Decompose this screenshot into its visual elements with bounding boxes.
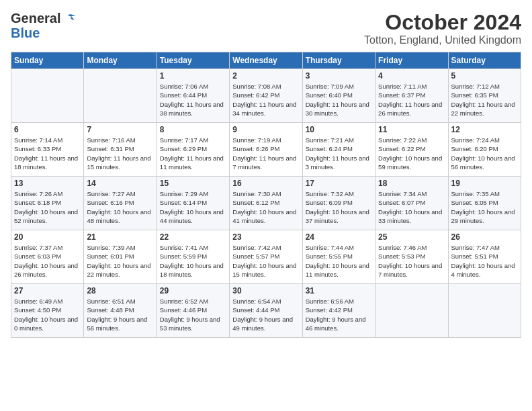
calendar-cell: 21Sunrise: 7:39 AM Sunset: 6:01 PM Dayli… <box>84 230 157 284</box>
calendar-cell: 7Sunrise: 7:16 AM Sunset: 6:31 PM Daylig… <box>84 123 157 177</box>
calendar-table: SundayMondayTuesdayWednesdayThursdayFrid… <box>11 52 521 338</box>
page-header: General Blue October 2024 Totton, Englan… <box>11 11 521 46</box>
day-number: 28 <box>87 286 153 295</box>
cell-sun-info: Sunrise: 7:17 AM Sunset: 6:29 PM Dayligh… <box>160 136 226 171</box>
day-number: 23 <box>232 232 299 242</box>
calendar-week-row: 1Sunrise: 7:06 AM Sunset: 6:44 PM Daylig… <box>11 69 521 123</box>
day-number: 26 <box>451 232 518 242</box>
day-number: 31 <box>306 286 372 295</box>
calendar-cell <box>448 284 521 338</box>
calendar-cell: 5Sunrise: 7:12 AM Sunset: 6:35 PM Daylig… <box>448 69 521 123</box>
day-number: 27 <box>14 286 81 295</box>
calendar-cell: 13Sunrise: 7:26 AM Sunset: 6:18 PM Dayli… <box>11 177 84 230</box>
cell-sun-info: Sunrise: 7:34 AM Sunset: 6:07 PM Dayligh… <box>378 189 445 225</box>
weekday-header-sunday: Sunday <box>11 52 84 69</box>
cell-sun-info: Sunrise: 6:56 AM Sunset: 4:42 PM Dayligh… <box>306 297 372 332</box>
calendar-cell: 1Sunrise: 7:06 AM Sunset: 6:44 PM Daylig… <box>157 69 229 123</box>
day-number: 2 <box>232 71 299 81</box>
calendar-cell: 15Sunrise: 7:29 AM Sunset: 6:14 PM Dayli… <box>157 177 229 230</box>
calendar-cell: 27Sunrise: 6:49 AM Sunset: 4:50 PM Dayli… <box>11 284 84 338</box>
calendar-cell: 29Sunrise: 6:52 AM Sunset: 4:46 PM Dayli… <box>157 284 229 338</box>
weekday-header-tuesday: Tuesday <box>157 52 229 69</box>
calendar-week-row: 6Sunrise: 7:14 AM Sunset: 6:33 PM Daylig… <box>11 123 521 177</box>
cell-sun-info: Sunrise: 7:44 AM Sunset: 5:55 PM Dayligh… <box>306 243 372 279</box>
logo: General Blue <box>11 11 75 40</box>
day-number: 14 <box>87 179 153 188</box>
day-number: 8 <box>160 125 226 134</box>
day-number: 24 <box>306 232 372 242</box>
calendar-cell <box>11 69 84 123</box>
calendar-week-row: 13Sunrise: 7:26 AM Sunset: 6:18 PM Dayli… <box>11 177 521 230</box>
day-number: 11 <box>378 125 445 134</box>
day-number: 18 <box>378 179 445 188</box>
weekday-header-wednesday: Wednesday <box>230 52 302 69</box>
cell-sun-info: Sunrise: 7:30 AM Sunset: 6:12 PM Dayligh… <box>232 189 299 225</box>
cell-sun-info: Sunrise: 7:09 AM Sunset: 6:40 PM Dayligh… <box>306 82 372 118</box>
day-number: 4 <box>378 71 445 81</box>
weekday-header-row: SundayMondayTuesdayWednesdayThursdayFrid… <box>11 52 521 69</box>
day-number: 9 <box>232 125 299 134</box>
calendar-cell: 9Sunrise: 7:19 AM Sunset: 6:26 PM Daylig… <box>230 123 302 177</box>
day-number: 29 <box>160 286 226 295</box>
day-number: 25 <box>378 232 445 242</box>
calendar-week-row: 27Sunrise: 6:49 AM Sunset: 4:50 PM Dayli… <box>11 284 521 338</box>
cell-sun-info: Sunrise: 7:29 AM Sunset: 6:14 PM Dayligh… <box>160 189 226 225</box>
day-number: 5 <box>451 71 518 81</box>
cell-sun-info: Sunrise: 7:16 AM Sunset: 6:31 PM Dayligh… <box>87 136 153 171</box>
day-number: 22 <box>160 232 226 242</box>
weekday-header-friday: Friday <box>375 52 448 69</box>
location-text: Totton, England, United Kingdom <box>364 34 521 46</box>
calendar-cell: 11Sunrise: 7:22 AM Sunset: 6:22 PM Dayli… <box>375 123 448 177</box>
weekday-header-saturday: Saturday <box>448 52 521 69</box>
day-number: 1 <box>160 71 226 81</box>
calendar-cell: 20Sunrise: 7:37 AM Sunset: 6:03 PM Dayli… <box>11 230 84 284</box>
title-block: October 2024 Totton, England, United Kin… <box>364 11 521 46</box>
calendar-cell: 23Sunrise: 7:42 AM Sunset: 5:57 PM Dayli… <box>230 230 302 284</box>
logo-general-text: General <box>11 11 60 26</box>
calendar-cell: 18Sunrise: 7:34 AM Sunset: 6:07 PM Dayli… <box>375 177 448 230</box>
calendar-cell: 12Sunrise: 7:24 AM Sunset: 6:20 PM Dayli… <box>448 123 521 177</box>
day-number: 16 <box>232 179 299 188</box>
calendar-cell: 17Sunrise: 7:32 AM Sunset: 6:09 PM Dayli… <box>302 177 375 230</box>
cell-sun-info: Sunrise: 7:26 AM Sunset: 6:18 PM Dayligh… <box>14 189 81 225</box>
calendar-cell: 6Sunrise: 7:14 AM Sunset: 6:33 PM Daylig… <box>11 123 84 177</box>
day-number: 17 <box>306 179 372 188</box>
calendar-cell: 19Sunrise: 7:35 AM Sunset: 6:05 PM Dayli… <box>448 177 521 230</box>
cell-sun-info: Sunrise: 7:46 AM Sunset: 5:53 PM Dayligh… <box>378 243 445 279</box>
cell-sun-info: Sunrise: 7:35 AM Sunset: 6:05 PM Dayligh… <box>451 189 518 225</box>
calendar-cell: 4Sunrise: 7:11 AM Sunset: 6:37 PM Daylig… <box>375 69 448 123</box>
logo-blue-text: Blue <box>11 26 40 40</box>
cell-sun-info: Sunrise: 7:42 AM Sunset: 5:57 PM Dayligh… <box>232 243 299 279</box>
cell-sun-info: Sunrise: 6:49 AM Sunset: 4:50 PM Dayligh… <box>14 297 81 332</box>
day-number: 3 <box>306 71 372 81</box>
cell-sun-info: Sunrise: 7:06 AM Sunset: 6:44 PM Dayligh… <box>160 82 226 118</box>
cell-sun-info: Sunrise: 7:27 AM Sunset: 6:16 PM Dayligh… <box>87 189 153 225</box>
weekday-header-monday: Monday <box>84 52 157 69</box>
calendar-cell: 2Sunrise: 7:08 AM Sunset: 6:42 PM Daylig… <box>230 69 302 123</box>
day-number: 15 <box>160 179 226 188</box>
day-number: 10 <box>306 125 372 134</box>
calendar-cell: 31Sunrise: 6:56 AM Sunset: 4:42 PM Dayli… <box>302 284 375 338</box>
calendar-cell: 30Sunrise: 6:54 AM Sunset: 4:44 PM Dayli… <box>230 284 302 338</box>
day-number: 30 <box>232 286 299 295</box>
cell-sun-info: Sunrise: 7:14 AM Sunset: 6:33 PM Dayligh… <box>14 136 81 171</box>
calendar-cell: 28Sunrise: 6:51 AM Sunset: 4:48 PM Dayli… <box>84 284 157 338</box>
cell-sun-info: Sunrise: 6:54 AM Sunset: 4:44 PM Dayligh… <box>232 297 299 332</box>
cell-sun-info: Sunrise: 7:32 AM Sunset: 6:09 PM Dayligh… <box>306 189 372 225</box>
cell-sun-info: Sunrise: 7:19 AM Sunset: 6:26 PM Dayligh… <box>232 136 299 171</box>
day-number: 7 <box>87 125 153 134</box>
month-title: October 2024 <box>364 11 521 34</box>
cell-sun-info: Sunrise: 6:51 AM Sunset: 4:48 PM Dayligh… <box>87 297 153 332</box>
calendar-cell: 26Sunrise: 7:47 AM Sunset: 5:51 PM Dayli… <box>448 230 521 284</box>
cell-sun-info: Sunrise: 7:47 AM Sunset: 5:51 PM Dayligh… <box>451 243 518 279</box>
calendar-cell: 16Sunrise: 7:30 AM Sunset: 6:12 PM Dayli… <box>230 177 302 230</box>
day-number: 19 <box>451 179 518 188</box>
cell-sun-info: Sunrise: 7:08 AM Sunset: 6:42 PM Dayligh… <box>232 82 299 118</box>
cell-sun-info: Sunrise: 7:39 AM Sunset: 6:01 PM Dayligh… <box>87 243 153 279</box>
cell-sun-info: Sunrise: 7:12 AM Sunset: 6:35 PM Dayligh… <box>451 82 518 118</box>
calendar-cell: 8Sunrise: 7:17 AM Sunset: 6:29 PM Daylig… <box>157 123 229 177</box>
calendar-cell: 22Sunrise: 7:41 AM Sunset: 5:59 PM Dayli… <box>157 230 229 284</box>
day-number: 12 <box>451 125 518 134</box>
cell-sun-info: Sunrise: 7:21 AM Sunset: 6:24 PM Dayligh… <box>306 136 372 171</box>
cell-sun-info: Sunrise: 7:22 AM Sunset: 6:22 PM Dayligh… <box>378 136 445 171</box>
